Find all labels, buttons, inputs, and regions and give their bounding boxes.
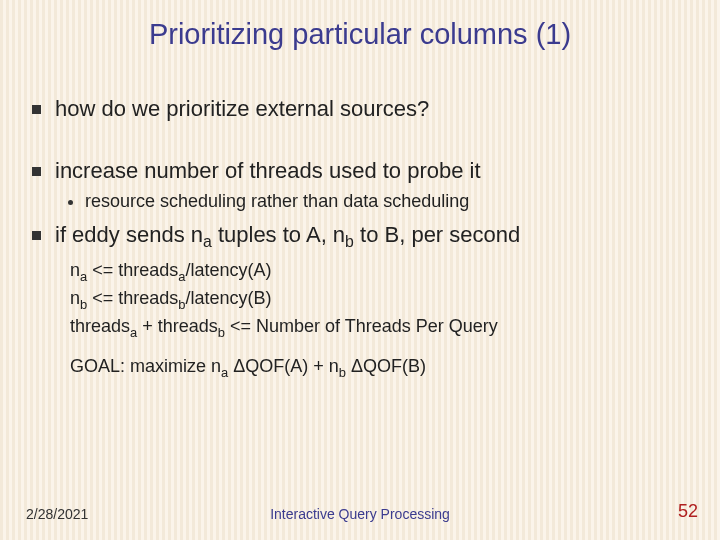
footer-title: Interactive Query Processing [0,506,720,522]
txt: n [70,288,80,308]
bullet-2-sub: resource scheduling rather than data sch… [68,190,688,213]
bullet-2: increase number of threads used to probe… [32,157,688,185]
eq-line-1: na <= threadsa/latency(A) [70,258,688,285]
bullet-2-sub-text: resource scheduling rather than data sch… [85,190,469,213]
bullet-icon [32,231,41,240]
txt: GOAL: maximize n [70,356,221,376]
subscript: a [178,268,185,283]
bullet-icon [32,105,41,114]
subscript: b [178,296,185,311]
txt: <= Number of Threads Per Query [225,316,498,336]
subscript: b [218,324,225,339]
slide: Prioritizing particular columns (1) how … [0,0,720,540]
txt: + threads [137,316,218,336]
footer: 2/28/2021 Interactive Query Processing 5… [0,502,720,522]
txt: to B, per second [354,222,520,247]
txt: threads [70,316,130,336]
bullet-1-text: how do we prioritize external sources? [55,95,429,123]
bullet-3-text: if eddy sends na tuples to A, nb to B, p… [55,221,520,252]
txt: tuples to A, n [212,222,345,247]
bullet-1: how do we prioritize external sources? [32,95,688,123]
page-number: 52 [678,501,698,522]
goal-line: GOAL: maximize na ΔQOF(A) + nb ΔQOF(B) [70,355,688,381]
slide-content: how do we prioritize external sources? i… [0,59,720,381]
subbullet-icon [68,200,73,205]
bullet-3: if eddy sends na tuples to A, nb to B, p… [32,221,688,252]
equations: na <= threadsa/latency(A) nb <= threadsb… [70,258,688,341]
subscript: a [203,233,212,250]
eq-line-2: nb <= threadsb/latency(B) [70,286,688,313]
subscript: b [339,365,346,380]
subscript: b [345,233,354,250]
eq-line-3: threadsa + threadsb <= Number of Threads… [70,314,688,341]
bullet-2-text: increase number of threads used to probe… [55,157,481,185]
txt: <= threads [87,288,178,308]
slide-title: Prioritizing particular columns (1) [0,0,720,59]
bullet-icon [32,167,41,176]
txt: ΔQOF(B) [346,356,426,376]
txt: <= threads [87,260,178,280]
txt: /latency(B) [186,288,272,308]
txt: if eddy sends n [55,222,203,247]
txt: ΔQOF(A) + n [228,356,339,376]
txt: /latency(A) [186,260,272,280]
txt: n [70,260,80,280]
